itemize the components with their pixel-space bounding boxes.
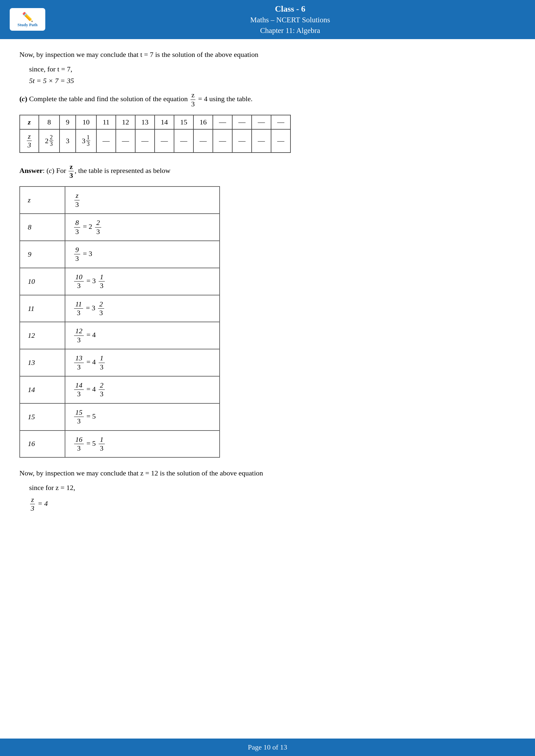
table-z-8: 8 (39, 115, 60, 129)
question-table: z 8 9 10 11 12 13 14 15 16 — — — — (19, 115, 291, 153)
answer-table-row-10: 10 10 3 = 3 1 3 (20, 268, 220, 295)
answer-table-row-12: 12 12 3 = 4 (20, 322, 220, 349)
table-z-16: 16 (193, 115, 213, 129)
page-footer: Page 10 of 13 (0, 739, 535, 756)
answer-table-row-8: 8 8 3 = 2 2 3 (20, 214, 220, 241)
question-c-body: Complete the table and find the solution… (29, 95, 189, 103)
chapter-title: Chapter 11: Algebra (55, 26, 525, 36)
answer-frac-8: 8 3 = 2 2 3 (65, 214, 220, 241)
question-c-label: (c) (19, 95, 27, 103)
answer-table-header-row: z z 3 (20, 186, 220, 214)
question-c-text: (c) Complete the table and find the solu… (19, 91, 516, 108)
table-z-9: 9 (60, 115, 76, 129)
intro-line3: 5t = 5 × 7 = 35 (29, 77, 516, 85)
table-header-frac: z 3 (20, 129, 39, 152)
logo-text: Study Path (17, 22, 38, 27)
question-fraction: z 3 (190, 91, 196, 108)
answer-frac-12: 12 3 = 4 (65, 322, 220, 349)
conclusion-line3: z 3 = 4 (29, 496, 516, 513)
answer-table: z z 3 8 8 (19, 186, 220, 458)
answer-table-row-9: 9 9 3 = 3 (20, 241, 220, 268)
table-frac-9: 3 (60, 129, 76, 152)
answer-z-9: 9 (20, 241, 65, 268)
table-z-13: 13 (135, 115, 155, 129)
table-z-10: 10 (76, 115, 97, 129)
answer-z-12: 12 (20, 322, 65, 349)
table-z-blank4: — (271, 115, 291, 129)
table-z-blank2: — (232, 115, 252, 129)
table-row-z: z 8 9 10 11 12 13 14 15 16 — — — — (20, 115, 291, 129)
answer-z-15: 15 (20, 403, 65, 431)
class-title: Class - 6 (55, 3, 525, 15)
table-frac-11: — (97, 129, 116, 152)
table-frac-16: — (193, 129, 213, 152)
answer-normal: : (c) For (43, 167, 68, 175)
answer-table-wrapper: z z 3 8 8 (19, 186, 516, 458)
sub-title: Maths – NCERT Solutions (55, 15, 525, 25)
answer-z-10: 10 (20, 268, 65, 295)
table-frac-10: 3 1 3 (76, 129, 97, 152)
table-row-frac: z 3 2 2 3 (20, 129, 291, 152)
answer-frac-15: 15 3 = 5 (65, 403, 220, 431)
top-table-wrapper: z 8 9 10 11 12 13 14 15 16 — — — — (19, 115, 516, 153)
table-frac-12: — (116, 129, 135, 152)
answer-frac-13: 13 3 = 4 1 3 (65, 349, 220, 376)
logo-area: ✏️ Study Path (10, 8, 45, 31)
answer-table-row-14: 14 14 3 = 4 2 3 (20, 376, 220, 403)
answer-table-row-16: 16 16 3 = 5 1 3 (20, 431, 220, 458)
table-frac-blank1: — (213, 129, 232, 152)
answer-table-row-15: 15 15 3 = 5 (20, 403, 220, 431)
answer-table-row-13: 13 13 3 = 4 1 3 (20, 349, 220, 376)
table-frac-13: — (135, 129, 155, 152)
content-area: Now, by inspection we may conclude that … (0, 39, 535, 739)
answer-frac-14: 14 3 = 4 2 3 (65, 376, 220, 403)
table-z-15: 15 (174, 115, 193, 129)
header-titles: Class - 6 Maths – NCERT Solutions Chapte… (55, 3, 525, 36)
table-header-z: z (20, 115, 39, 129)
table-z-12: 12 (116, 115, 135, 129)
table-z-11: 11 (97, 115, 116, 129)
table-z-blank3: — (252, 115, 271, 129)
question-c-equation: = 4 using the table. (198, 95, 253, 103)
table-z-blank1: — (213, 115, 232, 129)
answer-rest: , the table is represented as below (75, 167, 170, 175)
answer-frac-9: 9 3 = 3 (65, 241, 220, 268)
table-frac-8: 2 2 3 (39, 129, 60, 152)
answer-frac-10: 10 3 = 3 1 3 (65, 268, 220, 295)
footer-text: Page 10 of 13 (248, 743, 287, 751)
table-z-14: 14 (155, 115, 174, 129)
answer-z-8: 8 (20, 214, 65, 241)
answer-z-13: 13 (20, 349, 65, 376)
page-header: ✏️ Study Path Class - 6 Maths – NCERT So… (0, 0, 535, 39)
answer-table-row-11: 11 11 3 = 3 2 3 (20, 295, 220, 322)
conclusion-frac: z 3 (30, 496, 35, 513)
intro-line1: Now, by inspection we may conclude that … (19, 49, 516, 60)
answer-label: Answer: (c) For z 3 , the table is repre… (19, 163, 516, 180)
conclusion-result: = 4 (38, 500, 48, 507)
answer-frac-16: 16 3 = 5 1 3 (65, 431, 220, 458)
answer-col-z-header: z (20, 186, 65, 214)
answer-z-14: 14 (20, 376, 65, 403)
page-wrapper: ✏️ Study Path Class - 6 Maths – NCERT So… (0, 0, 535, 756)
conclusion-line2: since for z = 12, (29, 482, 516, 493)
table-frac-blank2: — (232, 129, 252, 152)
answer-z-16: 16 (20, 431, 65, 458)
answer-bold: Answer (19, 167, 43, 175)
answer-z-11: 11 (20, 295, 65, 322)
intro-line2: since, for t = 7, (29, 63, 516, 75)
answer-fraction: z 3 (69, 163, 74, 180)
table-frac-15: — (174, 129, 193, 152)
conclusion-line1: Now, by inspection we may conclude that … (19, 467, 516, 479)
table-frac-blank3: — (252, 129, 271, 152)
answer-col-frac-header: z 3 (65, 186, 220, 214)
table-frac-blank4: — (271, 129, 291, 152)
answer-frac-11: 11 3 = 3 2 3 (65, 295, 220, 322)
table-frac-14: — (155, 129, 174, 152)
